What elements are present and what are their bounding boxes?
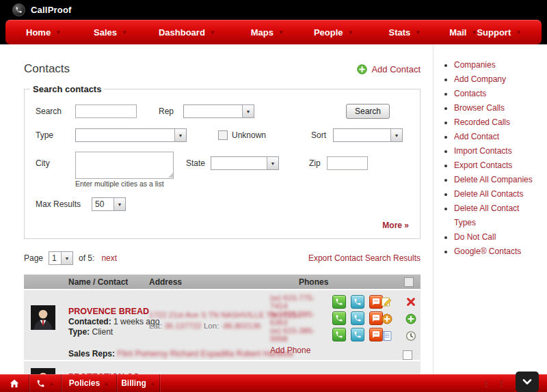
table-header-row: Name / Contact Address Phones: [24, 275, 421, 289]
type-select-value: [76, 129, 174, 141]
nav-item-support[interactable]: Support▼: [477, 27, 521, 38]
main-nav: Home▼ Sales▼ Dashboard▼ Maps▼ People▼ St…: [5, 20, 542, 44]
nav-item-stats[interactable]: Stats▼: [388, 27, 421, 38]
city-hint: Enter multiple cities as a list: [75, 180, 174, 188]
call-icon[interactable]: [332, 328, 346, 341]
footer-billing-menu[interactable]: Billing ▲: [117, 374, 160, 392]
chevron-down-icon: ▼: [210, 29, 215, 36]
chevron-down-icon: ▼: [174, 129, 186, 141]
add-contact-label: Add Contact: [371, 64, 421, 74]
col-header-address: Address: [149, 277, 182, 287]
phone-row: (w) 615-775-7414: [270, 294, 383, 310]
add-plus-icon: [357, 64, 367, 74]
sidebar-item-import-contacts[interactable]: Import Contacts: [454, 146, 512, 156]
chevron-down-icon: ▼: [267, 157, 278, 169]
zip-input[interactable]: [327, 156, 368, 170]
edit-icon[interactable]: [381, 296, 392, 307]
call-icon[interactable]: [332, 311, 346, 325]
list-item: Companies: [454, 58, 547, 72]
select-all-checkbox[interactable]: [404, 277, 414, 287]
search-row: Search Rep ▼ Search: [36, 104, 414, 119]
sales-reps-names: Flint Pomeroy Richard Espadilla Robert H…: [117, 349, 293, 359]
page-of-text: of 5:: [79, 253, 94, 263]
resize-grip-icon[interactable]: [168, 173, 173, 178]
state-select[interactable]: ▼: [211, 156, 279, 170]
chevron-down-icon: ▼: [242, 105, 254, 117]
contact-name-link[interactable]: PROVENCE BREAD: [68, 307, 149, 316]
footer-home-button[interactable]: [0, 374, 29, 392]
sales-reps-label: Sales Reps:: [68, 349, 115, 359]
sidebar-item-google-contacts[interactable]: Google® Contacts: [454, 247, 521, 256]
page-select[interactable]: 1 ▼: [49, 251, 73, 265]
nav-label: People: [314, 27, 343, 38]
export-results-link[interactable]: Export Contact Search Results: [308, 253, 421, 263]
top-header-bar: CallProof: [0, 0, 547, 19]
chevron-down-icon: ▼: [472, 29, 477, 36]
title-row: Contacts Add Contact: [24, 61, 421, 77]
rep-select[interactable]: ▼: [183, 104, 254, 118]
nav-item-home[interactable]: Home▼: [26, 27, 61, 38]
sort-select[interactable]: ▼: [333, 128, 403, 142]
quick-links-list: Companies Add Company Contacts Browser C…: [436, 58, 547, 259]
nav-label: Mail: [449, 27, 466, 38]
chat-toggle-button[interactable]: [516, 372, 539, 392]
search-input[interactable]: [75, 104, 137, 118]
nav-item-mail[interactable]: Mail▼: [449, 27, 477, 38]
sidebar-item-delete-all-contacts[interactable]: Delete All Contacts: [454, 189, 523, 199]
col-header-name: Name / Contact: [68, 277, 128, 287]
browser-call-icon[interactable]: [351, 295, 364, 309]
browser-call-icon[interactable]: [351, 328, 364, 341]
list-item: Browser Calls: [454, 101, 547, 115]
add-opportunity-icon[interactable]: [405, 313, 416, 324]
more-link[interactable]: More »: [27, 221, 409, 230]
sidebar-item-browser-calls[interactable]: Browser Calls: [454, 103, 505, 113]
call-icon[interactable]: [332, 295, 346, 309]
list-item: Delete All Contact Types: [454, 201, 535, 230]
next-page-link[interactable]: next: [101, 253, 117, 263]
sidebar-item-contacts[interactable]: Contacts: [454, 89, 486, 98]
type-label: Type: [36, 130, 75, 140]
nav-item-dashboard[interactable]: Dashboard▼: [159, 27, 215, 38]
type-select[interactable]: ▼: [75, 128, 187, 142]
footer-phone-menu[interactable]: ▲: [29, 374, 62, 392]
sidebar-item-delete-all-contact-types[interactable]: Delete All Contact Types: [454, 204, 519, 227]
search-button[interactable]: Search: [346, 104, 390, 119]
nav-item-people[interactable]: People▼: [314, 27, 353, 38]
unknown-checkbox[interactable]: [218, 130, 228, 140]
history-clock-icon[interactable]: [405, 330, 416, 341]
row-checkbox[interactable]: [403, 350, 412, 360]
content-column: Contacts Add Contact Search contacts Sea…: [0, 44, 433, 392]
sidebar-item-companies[interactable]: Companies: [454, 60, 496, 70]
add-event-icon[interactable]: [381, 313, 392, 324]
sidebar-item-do-not-call[interactable]: Do Not Call: [454, 232, 496, 242]
pagination-row: Page 1 ▼ of 5: next Export Contact Searc…: [24, 251, 421, 265]
city-textarea[interactable]: [75, 152, 174, 179]
sidebar-item-export-contacts[interactable]: Export Contacts: [454, 160, 512, 170]
row-actions: [379, 296, 418, 341]
list-item: Export Contacts: [454, 158, 547, 173]
city-row: City Enter multiple cities as a list Sta…: [36, 152, 414, 188]
type-label: Type:: [68, 327, 90, 337]
chevron-down-icon: ▼: [415, 29, 421, 36]
list-item: Add Contact: [454, 130, 547, 144]
footer-bar: ▲ Policies ▲ Billing ▲ t f: [0, 374, 547, 392]
max-results-select[interactable]: 50 ▼: [92, 197, 126, 211]
sidebar-item-delete-all-companies[interactable]: Delete All Companies: [454, 175, 533, 184]
twitter-icon[interactable]: t: [479, 378, 494, 389]
sidebar-item-add-contact[interactable]: Add Contact: [454, 132, 499, 141]
footer-policies-menu[interactable]: Policies ▲: [62, 374, 117, 392]
delete-icon[interactable]: [405, 296, 416, 307]
browser-call-icon[interactable]: [351, 311, 364, 325]
notes-icon[interactable]: [381, 330, 392, 341]
list-item: Add Company: [454, 72, 547, 87]
sidebar-item-add-company[interactable]: Add Company: [454, 74, 506, 84]
nav-item-sales[interactable]: Sales▼: [94, 27, 127, 38]
sidebar-item-recorded-calls[interactable]: Recorded Calls: [454, 117, 510, 127]
policies-label: Policies: [69, 378, 100, 388]
facebook-icon[interactable]: f: [494, 378, 509, 389]
phone-number: (w) 615-775-7414: [270, 294, 328, 310]
nav-item-maps[interactable]: Maps▼: [251, 27, 284, 38]
zip-label: Zip: [309, 152, 327, 168]
add-contact-link[interactable]: Add Contact: [357, 64, 421, 74]
phone-row: (w) 615-385-6363: [270, 310, 383, 326]
